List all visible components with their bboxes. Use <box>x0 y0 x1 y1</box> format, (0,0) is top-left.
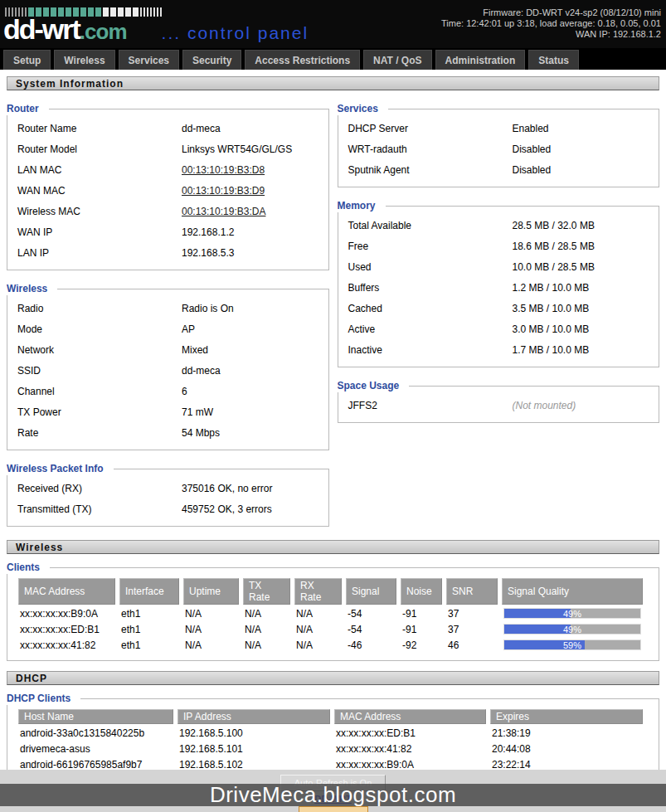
tab-nat-qos[interactable]: NAT / QoS <box>363 50 431 70</box>
field-row: NetworkMixed <box>7 339 328 360</box>
table-cell: eth1 <box>119 606 179 620</box>
header-info: Firmware: DD-WRT v24-sp2 (08/12/10) mini… <box>441 7 661 40</box>
panel-title-wireless: Wireless <box>7 283 57 295</box>
field-row: WRT-radauthDisabled <box>338 139 659 159</box>
table-cell: N/A <box>294 622 342 636</box>
panel-memory: Memory Total Available28.5 MB / 32.0 MBF… <box>338 206 660 367</box>
table-cell: -54 <box>346 606 396 620</box>
field-value: Radio is On <box>182 303 328 314</box>
table-cell: -91 <box>401 606 442 620</box>
table-row: xx:xx:xx:xx:41:82eth1N/AN/AN/A-46-924659… <box>18 638 643 652</box>
table-cell: N/A <box>183 638 239 652</box>
field-row: Rate54 Mbps <box>7 422 328 443</box>
column-header: Signal <box>346 578 396 605</box>
section-bar-system-information: System Information <box>7 76 659 90</box>
field-label: Rate <box>17 427 182 439</box>
table-row: xx:xx:xx:xx:ED:B1eth1N/AN/AN/A-54-913749… <box>18 622 643 636</box>
mac-address-link[interactable]: 00:13:10:19:B3:D8 <box>182 164 328 176</box>
tab-access-restrictions[interactable]: Access Restrictions <box>245 50 360 70</box>
field-label: Mode <box>17 323 182 335</box>
logo-bar <box>103 7 109 17</box>
firmware-info: Firmware: DD-WRT v24-sp2 (08/12/10) mini <box>441 7 661 18</box>
field-value: Disabled <box>513 143 659 155</box>
table-cell: N/A <box>243 606 290 620</box>
field-label: Total Available <box>348 220 513 231</box>
field-label: Used <box>348 261 513 273</box>
panel-dhcp-clients: DHCP Clients Host NameIP AddressMAC Addr… <box>7 698 659 770</box>
field-value: Linksys WRT54G/GL/GS <box>182 143 328 155</box>
table-cell: N/A <box>294 606 342 620</box>
table-cell: -46 <box>346 638 396 652</box>
panel-router: Router Router Namedd-mecaRouter ModelLin… <box>7 109 329 270</box>
field-row: Router Namedd-meca <box>7 118 328 139</box>
logo-bar <box>140 7 142 17</box>
table-cell: -91 <box>401 622 442 636</box>
tab-security[interactable]: Security <box>182 50 241 70</box>
header: dd-wrt .com ... control panel Firmware: … <box>0 0 666 48</box>
tab-status[interactable]: Status <box>528 50 579 70</box>
signal-quality-bar: 59% <box>503 639 641 650</box>
field-value: 3.5 MB / 10.0 MB <box>513 303 659 314</box>
table-cell: 23:22:14 <box>490 757 643 770</box>
table-cell: xx:xx:xx:xx:ED:B1 <box>334 726 486 740</box>
field-label: WAN IP <box>17 226 182 238</box>
field-value: 71 mW <box>182 406 328 418</box>
panel-title-router: Router <box>7 103 49 115</box>
field-value: Enabled <box>513 123 659 134</box>
logo-tagline: ... control panel <box>162 23 309 43</box>
column-header: Uptime <box>183 578 239 605</box>
system-info-columns: Router Router Namedd-mecaRouter ModelLin… <box>7 90 659 530</box>
time-info: Time: 12:42:01 up 3:18, load average: 0.… <box>441 18 661 29</box>
field-row: Sputnik AgentDisabled <box>338 159 659 180</box>
signal-quality-cell: 49% <box>502 606 643 620</box>
tab-services[interactable]: Services <box>119 50 179 70</box>
column-header: Interface <box>119 578 179 605</box>
field-row: LAN IP192.168.5.3 <box>7 242 328 263</box>
table-cell: N/A <box>183 606 239 620</box>
table-cell: 192.168.5.100 <box>177 726 330 740</box>
logo-tld: .com <box>80 19 127 45</box>
field-value: 375016 OK, no error <box>182 483 328 494</box>
panel-clients: Clients MAC AddressInterfaceUptimeTX Rat… <box>7 567 659 661</box>
field-value: (Not mounted) <box>513 400 659 411</box>
logo-bar <box>150 7 152 17</box>
field-value: 54 Mbps <box>182 427 328 439</box>
table-cell: android-66196765985af9b7 <box>18 757 173 770</box>
field-label: SSID <box>17 365 182 377</box>
field-value: 18.6 MB / 28.5 MB <box>513 241 659 252</box>
column-header: TX Rate <box>243 578 290 605</box>
panel-wireless-packet-info: Wireless Packet Info Received (RX)375016… <box>7 469 329 527</box>
tab-administration[interactable]: Administration <box>435 50 526 70</box>
field-row: Active3.0 MB / 10.0 MB <box>338 318 659 339</box>
field-label: LAN MAC <box>17 164 182 176</box>
field-value: 459752 OK, 3 errors <box>182 503 328 515</box>
watermark-overlay: DriveMeca.blogspot.com <box>0 784 666 806</box>
column-header: Noise <box>401 578 442 605</box>
mac-address-link[interactable]: 00:13:10:19:B3:DA <box>182 206 328 217</box>
tab-wireless[interactable]: Wireless <box>54 50 114 70</box>
column-header: Expires <box>490 709 643 724</box>
panel-title-dhcp-clients: DHCP Clients <box>7 693 80 705</box>
field-row: Wireless MAC00:13:10:19:B3:DA <box>7 201 328 221</box>
logo-bar <box>125 7 131 17</box>
panel-title-wireless-packet-info: Wireless Packet Info <box>7 463 114 475</box>
field-label: Network <box>17 344 182 356</box>
table-cell: N/A <box>243 622 290 636</box>
field-label: Router Model <box>17 143 182 155</box>
field-value: 192.168.1.2 <box>182 226 328 238</box>
field-value: Mixed <box>182 344 328 356</box>
column-header: MAC Address <box>18 578 115 605</box>
field-label: JFFS2 <box>348 400 513 411</box>
field-value: Disabled <box>513 164 659 176</box>
field-row: LAN MAC00:13:10:19:B3:D8 <box>7 159 328 180</box>
mac-address-link[interactable]: 00:13:10:19:B3:D9 <box>182 185 328 197</box>
logo-bar <box>157 7 158 17</box>
logo: dd-wrt .com ... control panel <box>3 7 309 45</box>
table-cell: 37 <box>446 606 498 620</box>
tab-setup[interactable]: Setup <box>3 50 51 70</box>
table-row: android-33a0c1315840225b192.168.5.100xx:… <box>18 726 643 740</box>
field-label: Router Name <box>17 123 182 134</box>
column-header: MAC Address <box>334 709 486 724</box>
bottom-cutoff-element <box>299 806 368 812</box>
field-label: Inactive <box>348 344 513 356</box>
